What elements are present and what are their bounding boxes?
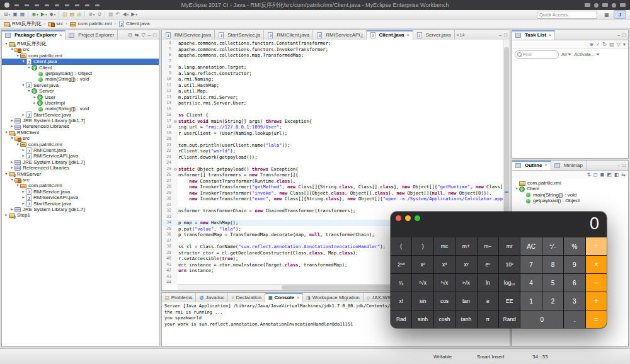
code-line[interactable]: 12a.util.Map; xyxy=(162,88,503,94)
expand-arrow-icon[interactable]: ▸ xyxy=(21,201,26,207)
calc-button-nine[interactable]: 9 xyxy=(564,256,585,273)
tree-item[interactable]: ▸Referenced Libraries xyxy=(2,123,159,129)
tree-item[interactable]: ▸RMIClient.java xyxy=(2,147,159,153)
hide-local-types-icon[interactable]: ◧ xyxy=(614,172,619,178)
tree-item[interactable]: main(String[]) : void xyxy=(2,106,159,111)
tab-declaration[interactable]: ≡Declaration xyxy=(228,293,265,302)
calc-button-m-minus[interactable]: m− xyxy=(478,237,498,255)
code-line[interactable]: 19r userClient = (User)Naming.lookup(url… xyxy=(162,130,503,137)
tree-item[interactable]: ▾src xyxy=(2,47,159,52)
tree-item[interactable]: ▸StartService.java xyxy=(2,201,159,207)
link-with-editor-icon[interactable]: ⇆ xyxy=(135,32,139,38)
fold-collapse-icon[interactable]: ⊖ xyxy=(173,166,178,173)
collapse-arrow-icon[interactable]: ▾ xyxy=(4,130,9,135)
control-center-icon[interactable] xyxy=(620,3,626,7)
collapse-arrow-icon[interactable]: ▾ xyxy=(4,41,9,47)
back-button[interactable]: ◀▾ xyxy=(121,11,130,18)
code-line[interactable]: 24 xyxy=(162,160,503,166)
calc-button-ten-power-x[interactable]: 10ˣ xyxy=(499,256,520,273)
save-all-button[interactable]: ▦ xyxy=(19,11,26,18)
run-server-button[interactable]: ◆▾ xyxy=(49,11,57,18)
expand-arrow-icon[interactable]: ▸ xyxy=(4,212,9,218)
tree-item[interactable]: ▸RMIServiceAPI.java xyxy=(2,195,159,200)
code-line[interactable]: 17⊖static void main(String[] args) throw… xyxy=(162,118,503,125)
calc-button-factorial[interactable]: x! xyxy=(391,292,411,310)
calc-button-mr[interactable]: mr xyxy=(499,237,520,255)
tree-item[interactable]: main(String[]) : void xyxy=(512,192,628,198)
tree-item[interactable]: ▾com.patrilic.rmi xyxy=(2,53,159,59)
code-line[interactable]: 27 new ConstantTransformer(Runtime.class… xyxy=(162,178,503,185)
calc-button-three[interactable]: 3 xyxy=(564,292,585,310)
expand-arrow-icon[interactable]: ▸ xyxy=(9,123,14,129)
menubar-menu-icon[interactable] xyxy=(25,4,29,6)
collapse-arrow-icon[interactable]: ▾ xyxy=(9,177,14,183)
calc-button-cube-root[interactable]: ³√x xyxy=(434,274,455,292)
new-java-project-button[interactable]: ◫ xyxy=(61,11,69,18)
input-source-icon[interactable] xyxy=(585,3,590,7)
fold-collapse-icon[interactable]: ⊖ xyxy=(173,118,178,125)
tree-item[interactable]: ▾src xyxy=(2,177,159,183)
view-menu-icon[interactable]: ▾ xyxy=(623,42,626,47)
last-edit-location-button[interactable]: ↶ xyxy=(115,11,122,18)
tree-item[interactable]: ▾src xyxy=(2,135,159,141)
expand-arrow-icon[interactable]: ▸ xyxy=(9,207,14,212)
expand-arrow-icon[interactable]: ▸ xyxy=(21,153,26,159)
tree-item[interactable]: ▾Server xyxy=(2,88,159,94)
expand-arrow-icon[interactable]: ▸ xyxy=(32,100,37,106)
tree-item[interactable]: getpayload() : Object xyxy=(512,198,628,203)
expand-arrow-icon[interactable]: ▸ xyxy=(9,165,14,171)
filter-icon[interactable]: ▽ xyxy=(617,42,621,47)
tree-item[interactable]: ▸Step1 xyxy=(2,212,159,218)
calc-button-cos[interactable]: cos xyxy=(434,292,455,310)
overview-marker[interactable] xyxy=(505,191,508,193)
calc-button-cosh[interactable]: cosh xyxy=(434,310,455,328)
tree-item[interactable]: ▾RMI反序列化 xyxy=(2,41,159,47)
spotlight-icon[interactable] xyxy=(612,3,616,8)
editor-tab-overflow[interactable]: »14 xyxy=(455,30,467,40)
menubar-menu-icon[interactable] xyxy=(35,4,39,6)
code-line[interactable]: 31 xyxy=(162,202,503,208)
code-line[interactable]: 9a.lang.reflect.Constructor; xyxy=(162,71,503,77)
code-line[interactable]: 30 new InvokerTransformer("exec", new Cl… xyxy=(162,196,503,202)
collapse-arrow-icon[interactable]: ▾ xyxy=(514,186,519,191)
calc-button-sinh[interactable]: sinh xyxy=(412,310,433,328)
expand-arrow-icon[interactable]: ▸ xyxy=(21,147,26,153)
close-icon[interactable]: × xyxy=(59,33,62,37)
calc-button-multiply[interactable]: × xyxy=(586,256,607,273)
calc-button-square-root[interactable]: ²√x xyxy=(412,274,433,292)
link-with-editor-icon[interactable]: ⇆ xyxy=(621,172,626,178)
collapse-arrow-icon[interactable]: ▾ xyxy=(15,53,20,59)
tree-item[interactable]: ▸RMIService.java xyxy=(2,189,159,195)
code-line[interactable]: 10a.rmi.Naming; xyxy=(162,76,503,82)
save-button[interactable]: ▣ xyxy=(11,11,19,18)
hide-fields-icon[interactable]: ◻ xyxy=(593,172,598,178)
calc-button-y-root[interactable]: ʸ√x xyxy=(455,274,476,292)
tree-item[interactable]: ▾Server.java xyxy=(2,82,159,88)
new-class-button[interactable]: ◎ xyxy=(76,11,83,18)
calc-button-pi[interactable]: π xyxy=(478,310,498,328)
tab-console[interactable]: ▣Console× xyxy=(265,293,303,302)
editor-tab-rmiservice-java[interactable]: RMIService.java xyxy=(162,30,215,40)
maximize-icon[interactable]: □ xyxy=(153,32,156,38)
maximize-icon[interactable]: □ xyxy=(622,32,626,38)
calc-button-sin[interactable]: sin xyxy=(412,292,433,310)
calc-button-rad[interactable]: Rad xyxy=(391,310,411,328)
calc-button-decimal[interactable]: . xyxy=(564,310,585,328)
forward-button[interactable]: ▶▾ xyxy=(130,11,139,18)
tree-item[interactable]: com.patrilic.rmi xyxy=(512,180,628,186)
code-line[interactable]: 15 xyxy=(162,106,503,113)
calc-button-one[interactable]: 1 xyxy=(520,292,541,310)
code-line[interactable]: 18ing url = "rmi://127.0.0.1:1099/User"; xyxy=(162,124,503,130)
debug-button[interactable]: ◉▾ xyxy=(30,11,40,18)
categorized-icon[interactable]: ▤ xyxy=(609,42,614,47)
code-line[interactable]: 25⊖static Object getpayload() throws Exc… xyxy=(162,166,503,173)
code-line[interactable]: 13m.patrilic.rmi.Server; xyxy=(162,94,503,101)
menubar-menu-icon[interactable] xyxy=(75,4,79,6)
calc-button-ee[interactable]: EE xyxy=(499,292,520,310)
new-package-button[interactable]: ▤ xyxy=(69,11,76,18)
open-perspective-button[interactable]: ▦ xyxy=(601,11,612,18)
calc-button-percent[interactable]: % xyxy=(564,237,585,255)
editor-tab-rmiclient-java[interactable]: RMIClient.java xyxy=(264,30,313,40)
tab-workspace-migration[interactable]: ◨Workspace Migration xyxy=(303,293,364,302)
calc-button-tanh[interactable]: tanh xyxy=(455,310,476,328)
